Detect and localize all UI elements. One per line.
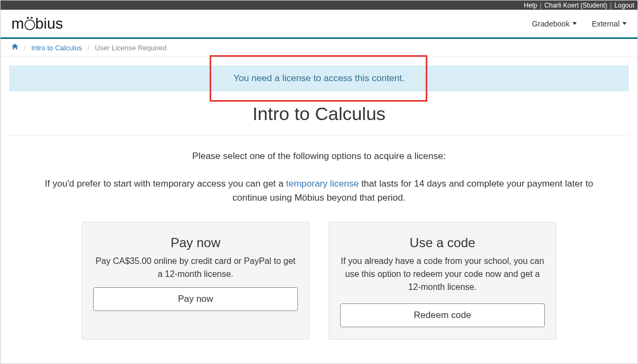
topbar-sep: |: [610, 2, 611, 9]
svg-point-2: [31, 17, 33, 19]
temp-before: If you'd prefer to start with temporary …: [45, 178, 286, 189]
chevron-down-icon: [572, 22, 577, 25]
topbar-sep: |: [540, 2, 542, 9]
instructions-text: Please select one of the following optio…: [9, 151, 629, 162]
page-title: Intro to Calculus: [9, 103, 629, 124]
user-link[interactable]: Charli Koert (Student): [544, 2, 607, 9]
pay-now-button[interactable]: Pay now: [93, 287, 298, 311]
svg-point-1: [27, 17, 29, 19]
license-options: Pay now Pay CA$35.00 online by credit ca…: [9, 222, 629, 340]
nav-external-label: External: [592, 19, 620, 28]
temporary-access-text: If you'd prefer to start with temporary …: [9, 177, 629, 204]
redeem-code-button[interactable]: Redeem code: [340, 303, 545, 327]
license-alert: You need a license to access this conten…: [9, 65, 629, 91]
nav-gradebook-label: Gradebook: [532, 19, 569, 28]
help-link[interactable]: Help: [524, 2, 537, 9]
divider: [9, 135, 629, 136]
content: You need a license to access this conten…: [1, 57, 637, 348]
svg-text:m: m: [11, 16, 24, 32]
header: m bius Gradebook External: [1, 10, 637, 39]
pay-now-card: Pay now Pay CA$35.00 online by credit ca…: [82, 222, 309, 340]
svg-point-3: [25, 20, 35, 30]
mobius-logo[interactable]: m bius: [11, 16, 77, 32]
pay-now-desc: Pay CA$35.00 online by credit card or Pa…: [93, 255, 298, 281]
nav-gradebook[interactable]: Gradebook: [532, 19, 576, 28]
svg-text:bius: bius: [35, 16, 63, 32]
home-icon[interactable]: [11, 43, 18, 52]
topbar: Help | Charli Koert (Student) | Logout: [1, 1, 637, 10]
breadcrumb-sep: /: [24, 44, 26, 52]
nav-menu: Gradebook External: [532, 19, 627, 28]
breadcrumb-sep: /: [88, 44, 90, 52]
breadcrumb-course[interactable]: Intro to Calculus: [31, 44, 82, 52]
breadcrumb-current: User License Required: [95, 44, 166, 52]
use-code-card: Use a code If you already have a code fr…: [329, 222, 556, 340]
logout-link[interactable]: Logout: [614, 2, 634, 9]
use-code-desc: If you already have a code from your sch…: [340, 255, 545, 297]
breadcrumb: / Intro to Calculus / User License Requi…: [1, 39, 637, 57]
pay-now-title: Pay now: [93, 235, 298, 250]
temporary-license-link[interactable]: temporary license: [286, 178, 359, 189]
chevron-down-icon: [622, 22, 627, 25]
nav-external[interactable]: External: [592, 19, 627, 28]
use-code-title: Use a code: [340, 235, 545, 250]
alert-message: You need a license to access this conten…: [233, 73, 405, 83]
